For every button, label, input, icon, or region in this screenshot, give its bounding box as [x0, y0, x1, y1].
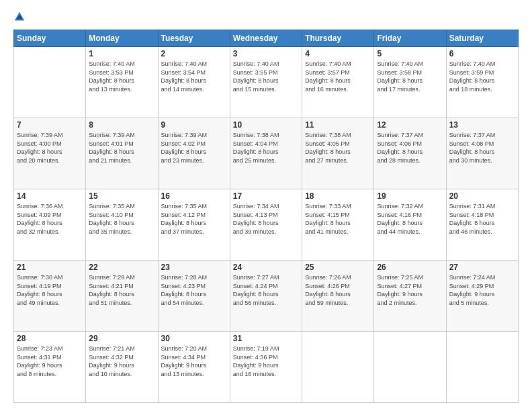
calendar-cell: 26Sunrise: 7:25 AM Sunset: 4:27 PM Dayli…: [374, 261, 446, 332]
day-info: Sunrise: 7:39 AM Sunset: 4:00 PM Dayligh…: [17, 131, 83, 165]
day-info: Sunrise: 7:24 AM Sunset: 4:29 PM Dayligh…: [449, 273, 515, 307]
calendar-cell: 22Sunrise: 7:29 AM Sunset: 4:21 PM Dayli…: [86, 261, 158, 332]
day-info: Sunrise: 7:32 AM Sunset: 4:16 PM Dayligh…: [377, 202, 443, 236]
day-number: 16: [161, 191, 227, 201]
day-number: 21: [17, 263, 83, 272]
day-info: Sunrise: 7:31 AM Sunset: 4:18 PM Dayligh…: [449, 202, 515, 236]
calendar-week-row: 1Sunrise: 7:40 AM Sunset: 3:53 PM Daylig…: [14, 47, 519, 118]
day-number: 7: [17, 120, 83, 130]
day-number: 28: [17, 334, 83, 343]
day-number: 25: [305, 263, 371, 272]
day-info: Sunrise: 7:37 AM Sunset: 4:06 PM Dayligh…: [377, 131, 443, 165]
day-number: 26: [377, 263, 443, 272]
calendar-weekday-header: Sunday: [14, 30, 86, 47]
day-info: Sunrise: 7:39 AM Sunset: 4:01 PM Dayligh…: [89, 131, 154, 165]
day-number: 3: [233, 49, 299, 58]
calendar-cell: 21Sunrise: 7:30 AM Sunset: 4:19 PM Dayli…: [14, 261, 86, 332]
day-info: Sunrise: 7:40 AM Sunset: 3:59 PM Dayligh…: [449, 60, 515, 93]
calendar-page: SundayMondayTuesdayWednesdayThursdayFrid…: [0, 0, 532, 411]
calendar-week-row: 7Sunrise: 7:39 AM Sunset: 4:00 PM Daylig…: [14, 118, 519, 189]
header: [13, 11, 519, 23]
day-info: Sunrise: 7:40 AM Sunset: 3:57 PM Dayligh…: [305, 60, 371, 93]
calendar-cell: 25Sunrise: 7:26 AM Sunset: 4:26 PM Dayli…: [302, 261, 374, 332]
day-number: 6: [449, 49, 515, 58]
calendar-weekday-header: Thursday: [302, 30, 374, 47]
day-number: 1: [89, 49, 154, 58]
calendar-weekday-header: Saturday: [446, 30, 518, 47]
day-number: 18: [305, 191, 371, 201]
calendar-weekday-header: Wednesday: [230, 30, 302, 47]
day-info: Sunrise: 7:28 AM Sunset: 4:23 PM Dayligh…: [161, 273, 227, 307]
calendar-cell: 19Sunrise: 7:32 AM Sunset: 4:16 PM Dayli…: [374, 189, 446, 261]
day-info: Sunrise: 7:21 AM Sunset: 4:32 PM Dayligh…: [89, 345, 154, 378]
calendar-cell: [446, 332, 518, 403]
day-number: 14: [17, 191, 83, 201]
calendar-cell: 7Sunrise: 7:39 AM Sunset: 4:00 PM Daylig…: [14, 118, 86, 189]
calendar-cell: 20Sunrise: 7:31 AM Sunset: 4:18 PM Dayli…: [446, 189, 518, 261]
day-number: 13: [449, 120, 515, 130]
day-info: Sunrise: 7:38 AM Sunset: 4:05 PM Dayligh…: [305, 131, 371, 165]
day-info: Sunrise: 7:27 AM Sunset: 4:24 PM Dayligh…: [233, 273, 299, 307]
calendar-cell: 13Sunrise: 7:37 AM Sunset: 4:08 PM Dayli…: [446, 118, 518, 189]
calendar-cell: [14, 47, 86, 118]
day-info: Sunrise: 7:40 AM Sunset: 3:55 PM Dayligh…: [233, 60, 299, 93]
day-number: 15: [89, 191, 154, 201]
day-number: 22: [89, 263, 154, 272]
day-number: 23: [161, 263, 227, 272]
day-info: Sunrise: 7:19 AM Sunset: 4:36 PM Dayligh…: [233, 345, 299, 378]
day-number: 5: [377, 49, 443, 58]
calendar-cell: 8Sunrise: 7:39 AM Sunset: 4:01 PM Daylig…: [86, 118, 158, 189]
calendar-cell: 15Sunrise: 7:35 AM Sunset: 4:10 PM Dayli…: [86, 189, 158, 261]
day-number: 2: [161, 49, 227, 58]
calendar-cell: 10Sunrise: 7:38 AM Sunset: 4:04 PM Dayli…: [230, 118, 302, 189]
day-info: Sunrise: 7:33 AM Sunset: 4:15 PM Dayligh…: [305, 202, 371, 236]
day-info: Sunrise: 7:35 AM Sunset: 4:10 PM Dayligh…: [89, 202, 154, 236]
day-number: 30: [161, 334, 227, 343]
day-info: Sunrise: 7:30 AM Sunset: 4:19 PM Dayligh…: [17, 273, 83, 307]
calendar-cell: 3Sunrise: 7:40 AM Sunset: 3:55 PM Daylig…: [230, 47, 302, 118]
calendar-cell: [302, 332, 374, 403]
calendar-cell: 5Sunrise: 7:40 AM Sunset: 3:58 PM Daylig…: [374, 47, 446, 118]
calendar-cell: 16Sunrise: 7:35 AM Sunset: 4:12 PM Dayli…: [158, 189, 230, 261]
day-info: Sunrise: 7:29 AM Sunset: 4:21 PM Dayligh…: [89, 273, 154, 307]
calendar-weekday-header: Monday: [86, 30, 158, 47]
day-info: Sunrise: 7:36 AM Sunset: 4:09 PM Dayligh…: [17, 202, 83, 236]
day-number: 19: [377, 191, 443, 201]
calendar-week-row: 14Sunrise: 7:36 AM Sunset: 4:09 PM Dayli…: [14, 189, 519, 261]
calendar-week-row: 21Sunrise: 7:30 AM Sunset: 4:19 PM Dayli…: [14, 261, 519, 332]
calendar-cell: 29Sunrise: 7:21 AM Sunset: 4:32 PM Dayli…: [86, 332, 158, 403]
day-info: Sunrise: 7:37 AM Sunset: 4:08 PM Dayligh…: [449, 131, 515, 165]
day-number: 12: [377, 120, 443, 130]
day-number: 9: [161, 120, 227, 130]
day-info: Sunrise: 7:38 AM Sunset: 4:04 PM Dayligh…: [233, 131, 299, 165]
calendar-cell: 30Sunrise: 7:20 AM Sunset: 4:34 PM Dayli…: [158, 332, 230, 403]
day-number: 27: [449, 263, 515, 272]
day-number: 4: [305, 49, 371, 58]
day-info: Sunrise: 7:26 AM Sunset: 4:26 PM Dayligh…: [305, 273, 371, 307]
day-number: 8: [89, 120, 154, 130]
day-number: 10: [233, 120, 299, 130]
day-info: Sunrise: 7:40 AM Sunset: 3:53 PM Dayligh…: [89, 60, 154, 93]
calendar-cell: 1Sunrise: 7:40 AM Sunset: 3:53 PM Daylig…: [86, 47, 158, 118]
day-info: Sunrise: 7:25 AM Sunset: 4:27 PM Dayligh…: [377, 273, 443, 307]
day-info: Sunrise: 7:20 AM Sunset: 4:34 PM Dayligh…: [161, 345, 227, 378]
calendar-cell: 14Sunrise: 7:36 AM Sunset: 4:09 PM Dayli…: [14, 189, 86, 261]
day-info: Sunrise: 7:35 AM Sunset: 4:12 PM Dayligh…: [161, 202, 227, 236]
calendar-table: SundayMondayTuesdayWednesdayThursdayFrid…: [13, 30, 519, 403]
calendar-cell: 28Sunrise: 7:23 AM Sunset: 4:31 PM Dayli…: [14, 332, 86, 403]
calendar-cell: 2Sunrise: 7:40 AM Sunset: 3:54 PM Daylig…: [158, 47, 230, 118]
calendar-cell: [374, 332, 446, 403]
calendar-weekday-header: Friday: [374, 30, 446, 47]
day-info: Sunrise: 7:34 AM Sunset: 4:13 PM Dayligh…: [233, 202, 299, 236]
calendar-cell: 18Sunrise: 7:33 AM Sunset: 4:15 PM Dayli…: [302, 189, 374, 261]
day-info: Sunrise: 7:40 AM Sunset: 3:54 PM Dayligh…: [161, 60, 227, 93]
day-number: 29: [89, 334, 154, 343]
calendar-weekday-header: Tuesday: [158, 30, 230, 47]
calendar-week-row: 28Sunrise: 7:23 AM Sunset: 4:31 PM Dayli…: [14, 332, 519, 403]
logo: [13, 11, 28, 23]
day-number: 17: [233, 191, 299, 201]
calendar-cell: 6Sunrise: 7:40 AM Sunset: 3:59 PM Daylig…: [446, 47, 518, 118]
calendar-cell: 12Sunrise: 7:37 AM Sunset: 4:06 PM Dayli…: [374, 118, 446, 189]
day-number: 11: [305, 120, 371, 130]
calendar-cell: 11Sunrise: 7:38 AM Sunset: 4:05 PM Dayli…: [302, 118, 374, 189]
